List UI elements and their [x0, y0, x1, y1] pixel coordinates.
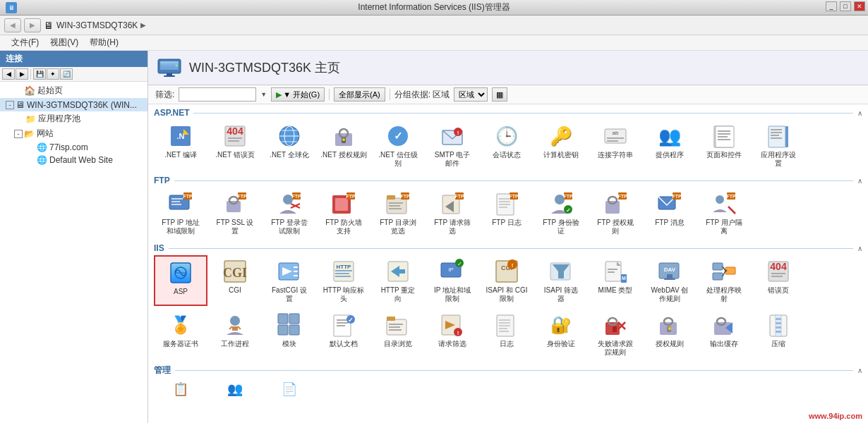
svg-rect-150 — [337, 322, 348, 324]
icon-logging[interactable]: 日志 — [480, 309, 534, 360]
sidebar-add-btn[interactable]: ✦ — [47, 68, 59, 80]
sidebar-refresh-btn[interactable]: 🔄 — [60, 68, 73, 80]
icon-dotnet-auth[interactable]: .NET 授权规则 — [317, 120, 370, 171]
icon-worker[interactable]: 工作进程 — [208, 309, 262, 360]
icon-cert[interactable]: 🏅 服务器证书 — [154, 309, 207, 360]
modules-icon — [276, 312, 303, 338]
sidebar-save-btn[interactable]: 💾 — [33, 68, 46, 80]
icon-smtp[interactable]: ! SMTP 电子邮件 — [426, 120, 479, 171]
sidebar-item-websites[interactable]: - 📂 网站 — [0, 126, 147, 141]
http-resp-label: HTTP 响应标头 — [323, 286, 365, 303]
group-label: 分组依据: 区域 — [394, 89, 450, 101]
cgi-label: CGI — [229, 286, 241, 295]
icon-ftp-ip[interactable]: FTP FTP IP 地址和域限制 — [154, 188, 207, 238]
menu-view[interactable]: 视图(V) — [44, 35, 84, 51]
output-cache-label: 输出缓存 — [710, 340, 738, 348]
ftp-collapse-btn[interactable]: ∧ — [857, 177, 862, 185]
icon-authz[interactable]: 授权规则 — [643, 309, 697, 360]
icon-req-filter[interactable]: ! 请求筛选 — [426, 309, 479, 360]
menu-help[interactable]: 帮助(H) — [84, 35, 124, 51]
svg-rect-164 — [499, 319, 510, 321]
filter-input[interactable] — [179, 87, 256, 102]
icon-dotnet-global[interactable]: .NET 全球化 — [263, 120, 316, 171]
icon-compress[interactable]: 压缩 — [752, 309, 805, 360]
svg-text:IP: IP — [448, 266, 454, 273]
icon-ftp-firewall[interactable]: FTP FTP 防火墙支持 — [317, 188, 370, 238]
icon-provider[interactable]: 👥 提供程序 — [643, 120, 697, 171]
ftp-authz-label: FTP 授权规则 — [597, 219, 633, 235]
sidebar-item-apppool[interactable]: 📁 应用程序池 — [0, 111, 147, 126]
sidebar-item-defaultsite[interactable]: 🌐 Default Web Site — [0, 154, 147, 166]
icon-cgi[interactable]: CGI CGI — [208, 255, 262, 306]
mgmt-collapse-btn[interactable]: ∧ — [857, 367, 862, 374]
sidebar-item-server[interactable]: - 🖥 WIN-3GTMSDQT36K (WIN... — [0, 98, 147, 111]
group-select[interactable]: 区域 — [454, 87, 488, 102]
icon-output-cache[interactable]: 输出缓存 — [697, 309, 751, 360]
maximize-button[interactable]: □ — [840, 1, 851, 11]
icon-connstr[interactable]: ab 连接字符串 — [589, 120, 642, 171]
icon-default-doc[interactable]: ✓ 默认文档 — [317, 309, 370, 360]
icon-isapi-filter[interactable]: ISAPI 筛选器 — [534, 255, 588, 306]
svg-rect-77 — [499, 201, 510, 202]
close-button[interactable]: ✕ — [854, 1, 865, 11]
icon-ftp-auth[interactable]: FTP ✓ FTP 身份验证 — [534, 188, 588, 238]
ftp-log-label: FTP 日志 — [492, 219, 521, 227]
icon-session[interactable]: 🕒 会话状态 — [480, 120, 534, 171]
connstr-label: 连接字符串 — [598, 151, 633, 159]
show-all-button[interactable]: 全部显示(A) — [334, 87, 385, 102]
icon-ftp-user[interactable]: FTP FTP 用户隔离 — [697, 188, 751, 238]
icon-dotnet-compile[interactable]: .N .NET 编译 — [154, 120, 207, 171]
icon-error-page[interactable]: 404 错误页 — [752, 255, 805, 306]
icon-ftp-msg[interactable]: FTP FTP 消息 — [643, 188, 697, 238]
start-filter-button[interactable]: ▶ ▼ 开始(G) — [271, 87, 325, 102]
icon-machinekey[interactable]: 🔑 计算机密钥 — [534, 120, 588, 171]
icon-ftp-dir[interactable]: FTP FTP 目录浏览选 — [371, 188, 425, 238]
svg-rect-66 — [389, 202, 403, 204]
icon-dotnet-error[interactable]: 404 .NET 错误页 — [208, 120, 262, 171]
icon-appsettings[interactable]: 应用程序设置 — [752, 120, 805, 171]
aspnet-collapse-btn[interactable]: ∧ — [857, 109, 862, 117]
tree-collapse-server[interactable]: - — [6, 101, 14, 109]
forward-button[interactable]: ▶ — [24, 18, 41, 32]
icon-http-redir[interactable]: HTTP 重定向 — [371, 255, 425, 306]
icon-dir-browse[interactable]: 目录浏览 — [371, 309, 425, 360]
icon-asp[interactable]: ASP — [154, 255, 207, 306]
minimize-button[interactable]: _ — [826, 1, 837, 11]
icon-auth[interactable]: 🔐 身份验证 — [534, 309, 588, 360]
icon-webdav[interactable]: DAV WebDAV 创作规则 — [643, 255, 697, 306]
view-button[interactable]: ▦ — [492, 87, 507, 102]
iis-collapse-btn[interactable]: ∧ — [857, 245, 862, 252]
sidebar-item-77isp[interactable]: 🌐 77isp.com — [0, 141, 147, 154]
sidebar-back-btn[interactable]: ◀ — [2, 68, 15, 80]
icon-isapi-cgi[interactable]: CGI ! ISAPI 和 CGI限制 — [480, 255, 534, 306]
icon-failed-req[interactable]: 失败请求跟踪规则 — [589, 309, 642, 360]
icon-mime[interactable]: M MIME 类型 — [589, 255, 642, 306]
tree-collapse-sites[interactable]: - — [14, 130, 23, 138]
folder-icon: 📁 — [25, 114, 36, 124]
icon-modules[interactable]: 模块 — [263, 309, 316, 360]
icon-ftp-req[interactable]: FTP FTP 请求筛选 — [426, 188, 479, 238]
sidebar-item-startpage[interactable]: 🏠 起始页 — [0, 83, 147, 98]
back-button[interactable]: ◀ — [4, 18, 21, 32]
icon-handlers[interactable]: 处理程序映射 — [697, 255, 751, 306]
cert-icon: 🏅 — [167, 312, 194, 338]
icon-ftp-login[interactable]: FTP FTP 登录尝试限制 — [263, 188, 316, 238]
sidebar-forward-btn[interactable]: ▶ — [16, 68, 28, 80]
icon-mgmt-1[interactable]: 📋 — [154, 379, 207, 400]
icon-mgmt-2[interactable]: 👥 — [208, 379, 262, 400]
icon-ftp-log[interactable]: FTP FTP 日志 — [480, 188, 534, 238]
icon-pages[interactable]: 页面和控件 — [697, 120, 751, 171]
icon-ftp-authz[interactable]: FTP FTP 授权规则 — [589, 188, 642, 238]
icon-dotnet-trust[interactable]: ✓ .NET 信任级别 — [371, 120, 425, 171]
svg-rect-131 — [664, 278, 675, 280]
icon-ip-domain[interactable]: IP ✓ IP 地址和域限制 — [426, 255, 479, 306]
icon-mgmt-3[interactable]: 📄 — [263, 379, 316, 400]
show-all-label: 全部显示(A) — [339, 90, 380, 99]
sidebar-tree: 🏠 起始页 - 🖥 WIN-3GTMSDQT36K (WIN... 📁 应用程序… — [0, 82, 147, 423]
icon-ftp-ssl[interactable]: FTP FTP SSL 设置 — [208, 188, 262, 238]
menu-file[interactable]: 文件(F) — [6, 35, 44, 51]
icon-fastcgi[interactable]: FastCGI 设置 — [263, 255, 316, 306]
svg-text:FTP: FTP — [617, 194, 627, 199]
handlers-label: 处理程序映射 — [706, 286, 742, 303]
icon-http-resp[interactable]: HTTP HTTP 响应标头 — [317, 255, 370, 306]
